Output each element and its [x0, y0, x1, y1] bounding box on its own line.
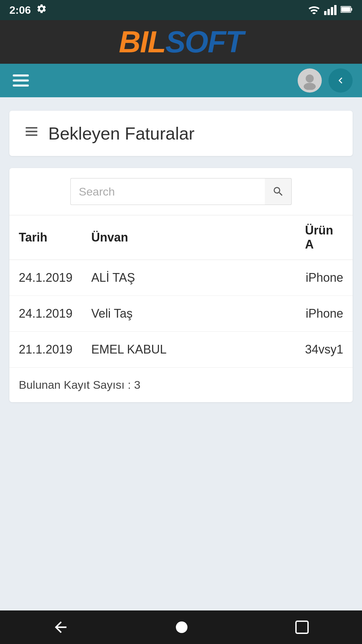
page-content: Bekleyen Faturalar Tarih Ünvan Ürün A	[0, 97, 362, 416]
search-button[interactable]	[265, 178, 292, 205]
svg-point-5	[176, 622, 188, 633]
logo-soft: SOFT	[165, 25, 243, 59]
avatar	[298, 68, 322, 93]
svg-point-3	[306, 74, 314, 83]
app-header: BILSOFT	[0, 20, 362, 64]
wifi-icon	[308, 5, 320, 15]
cell-unvan: ALİ TAŞ	[82, 260, 296, 296]
table-header-row: Tarih Ünvan Ürün A	[9, 215, 353, 260]
table-footer: Bulunan Kayıt Sayısı : 3	[9, 368, 353, 402]
logo-bil: BIL	[119, 25, 166, 59]
cell-tarih: 24.1.2019	[9, 296, 82, 332]
col-header-tarih: Tarih	[9, 215, 82, 260]
recents-nav-button[interactable]	[294, 619, 310, 635]
bottom-nav	[0, 610, 362, 644]
table-row[interactable]: 24.1.2019 ALİ TAŞ iPhone	[9, 260, 353, 296]
hamburger-button[interactable]	[9, 71, 32, 90]
gear-icon	[36, 3, 47, 17]
page-title: Bekleyen Faturalar	[48, 123, 194, 144]
battery-icon	[341, 5, 353, 15]
table-row[interactable]: 24.1.2019 Veli Taş iPhone	[9, 296, 353, 332]
cell-tarih: 21.1.2019	[9, 332, 82, 368]
status-bar: 2:06	[0, 0, 362, 20]
title-card: Bekleyen Faturalar	[9, 111, 353, 156]
user-avatar-button[interactable]	[298, 68, 322, 93]
search-input[interactable]	[70, 178, 265, 205]
status-icons	[308, 5, 353, 15]
back-nav-button[interactable]	[52, 619, 69, 636]
back-button[interactable]	[328, 68, 353, 93]
search-icon	[272, 185, 284, 198]
nav-bar	[0, 64, 362, 97]
cell-urun: iPhone	[296, 260, 353, 296]
cell-urun: 34vsy1	[296, 332, 353, 368]
cell-tarih: 24.1.2019	[9, 260, 82, 296]
hamburger-icon	[13, 74, 29, 87]
app-logo: BILSOFT	[119, 27, 243, 57]
table-row[interactable]: 21.1.2019 EMEL KABUL 34vsy1	[9, 332, 353, 368]
svg-rect-6	[296, 621, 308, 633]
table-card: Tarih Ünvan Ürün A 24.1.2019 ALİ TAŞ iPh…	[9, 168, 353, 402]
col-header-urun: Ürün A	[296, 215, 353, 260]
data-table: Tarih Ünvan Ürün A 24.1.2019 ALİ TAŞ iPh…	[9, 215, 353, 368]
svg-rect-2	[341, 7, 350, 12]
cell-unvan: Veli Taş	[82, 296, 296, 332]
svg-point-4	[304, 83, 316, 90]
cell-urun: iPhone	[296, 296, 353, 332]
signal-icon	[324, 5, 337, 15]
status-time: 2:06	[9, 4, 31, 16]
home-nav-button[interactable]	[173, 619, 190, 636]
list-icon	[23, 123, 40, 144]
cell-unvan: EMEL KABUL	[82, 332, 296, 368]
search-row	[9, 168, 353, 215]
svg-rect-1	[351, 8, 352, 11]
nav-right-icons	[298, 68, 353, 93]
col-header-unvan: Ünvan	[82, 215, 296, 260]
